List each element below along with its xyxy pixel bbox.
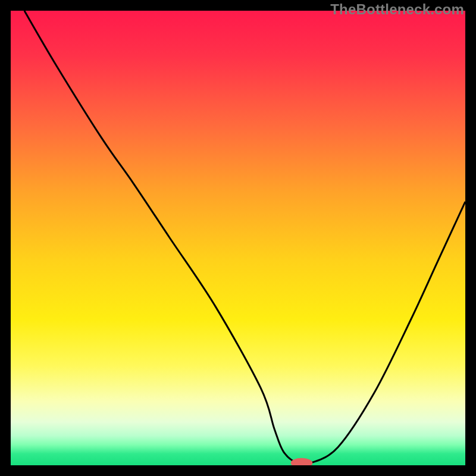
watermark-text: TheBottleneck.com [330,1,464,18]
gradient-background [11,11,465,465]
plot-svg [11,11,465,465]
plot-area [11,11,465,465]
chart-frame: TheBottleneck.com [0,0,476,476]
